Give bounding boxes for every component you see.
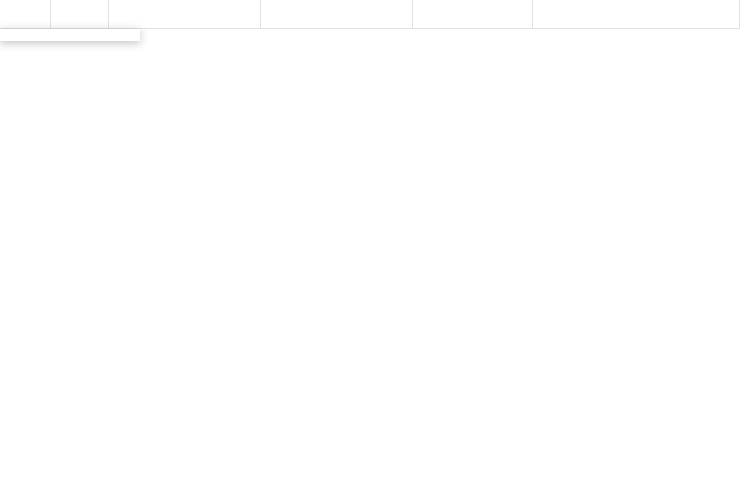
column-header-C[interactable] xyxy=(261,0,413,28)
spreadsheet xyxy=(0,0,740,29)
data-validation-dropdown[interactable] xyxy=(0,29,140,41)
column-header-row xyxy=(0,0,740,29)
column-header-E[interactable] xyxy=(533,0,740,28)
column-header-D[interactable] xyxy=(413,0,533,28)
column-header-A[interactable] xyxy=(51,0,109,28)
column-header-B[interactable] xyxy=(109,0,261,28)
select-all-corner[interactable] xyxy=(0,0,51,28)
